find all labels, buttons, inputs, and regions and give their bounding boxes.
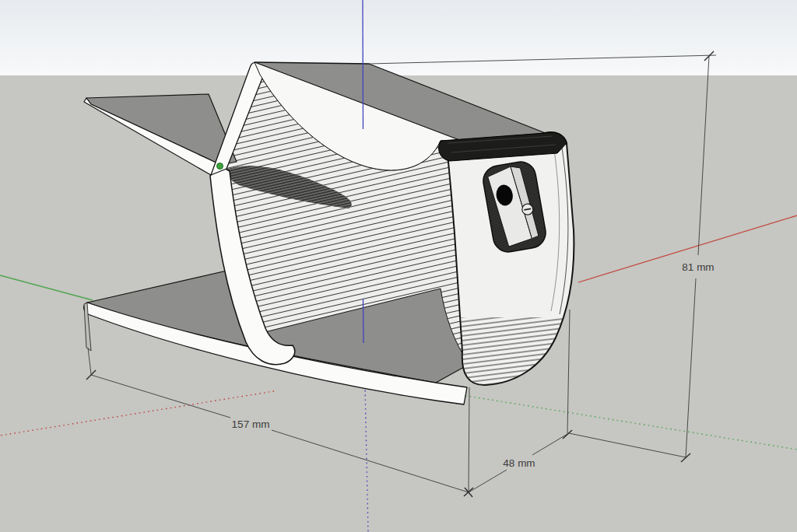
axis-blue-solid-upper[interactable] (363, 0, 363, 129)
dimension-label-height[interactable]: 81 mm (682, 261, 714, 273)
dimension-label-depth[interactable]: 48 mm (503, 457, 535, 469)
axis-blue-solid-lower[interactable] (363, 299, 364, 343)
sky (0, 0, 797, 75)
endpoint-marker-dot (217, 163, 223, 170)
viewport-canvas[interactable]: 157 mm 48 mm 81 mm (0, 0, 797, 532)
modeling-viewport[interactable]: 157 mm 48 mm 81 mm (0, 0, 797, 532)
dimension-label-length[interactable]: 157 mm (232, 418, 270, 430)
